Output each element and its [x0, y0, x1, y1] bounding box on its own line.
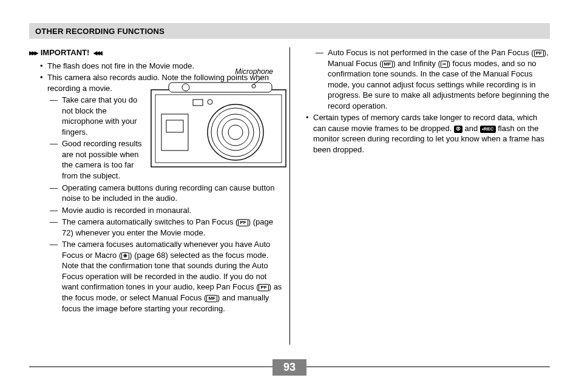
left-column: ▶▶▶ IMPORTANT! ◀◀◀ The flash does not fi… — [29, 47, 284, 315]
important-label: IMPORTANT! — [41, 47, 90, 58]
camera-illustration — [151, 78, 286, 167]
pf-icon: PF — [238, 219, 248, 226]
dash-panfocus: The camera automatically switches to Pan… — [29, 217, 284, 238]
svg-rect-12 — [166, 120, 183, 132]
column-divider — [290, 47, 290, 345]
infinity-icon: ∞ — [441, 61, 448, 68]
rec-icon: •REC — [480, 126, 496, 133]
mf-icon: MF — [206, 295, 217, 302]
arrows-left-icon: ◀◀◀ — [93, 48, 101, 58]
section-title: OTHER RECORDING FUNCTIONS — [35, 27, 164, 36]
text: ) and Infinity ( — [393, 59, 441, 68]
camera-figure: Microphone — [151, 67, 286, 171]
section-header: OTHER RECORDING FUNCTIONS — [29, 23, 550, 39]
arrows-right-icon: ▶▶▶ — [29, 48, 37, 58]
movie-icon: ⦿ — [454, 126, 462, 133]
text: The camera automatically switches to Pan… — [62, 217, 238, 226]
dash-button-noise: Operating camera buttons during recordin… — [29, 183, 284, 204]
dash-autofocus-note: The camera focuses automatically wheneve… — [29, 239, 284, 314]
svg-point-4 — [252, 84, 256, 88]
macro-icon: ❀ — [121, 252, 129, 260]
svg-point-10 — [228, 125, 243, 140]
document-page: OTHER RECORDING FUNCTIONS ▶▶▶ IMPORTANT!… — [0, 0, 579, 392]
page-footer: 93 — [29, 357, 550, 377]
page-number: 93 — [273, 359, 306, 376]
important-heading: ▶▶▶ IMPORTANT! ◀◀◀ — [29, 47, 284, 58]
bullet-memory-card: Certain types of memory cards take longe… — [295, 112, 550, 155]
pf-icon: PF — [534, 50, 544, 57]
microphone-label: Microphone — [151, 67, 286, 76]
right-column: Auto Focus is not performed in the case … — [295, 47, 550, 156]
dash-mic-block: Take care that you do not block the micr… — [29, 95, 144, 137]
text: and — [462, 124, 480, 133]
svg-point-3 — [182, 84, 189, 91]
dash-monaural: Movie audio is recorded in monaural. — [29, 205, 284, 216]
text: Auto Focus is not performed in the case … — [328, 48, 534, 57]
mf-icon: MF — [382, 61, 393, 68]
dash-distance: Good recording results are not possible … — [29, 138, 144, 181]
dash-af-not-performed: Auto Focus is not performed in the case … — [295, 47, 550, 111]
svg-point-14 — [208, 100, 212, 104]
content-columns: ▶▶▶ IMPORTANT! ◀◀◀ The flash does not fi… — [29, 47, 550, 351]
svg-rect-13 — [193, 100, 203, 106]
pf-icon: PF — [259, 284, 268, 291]
